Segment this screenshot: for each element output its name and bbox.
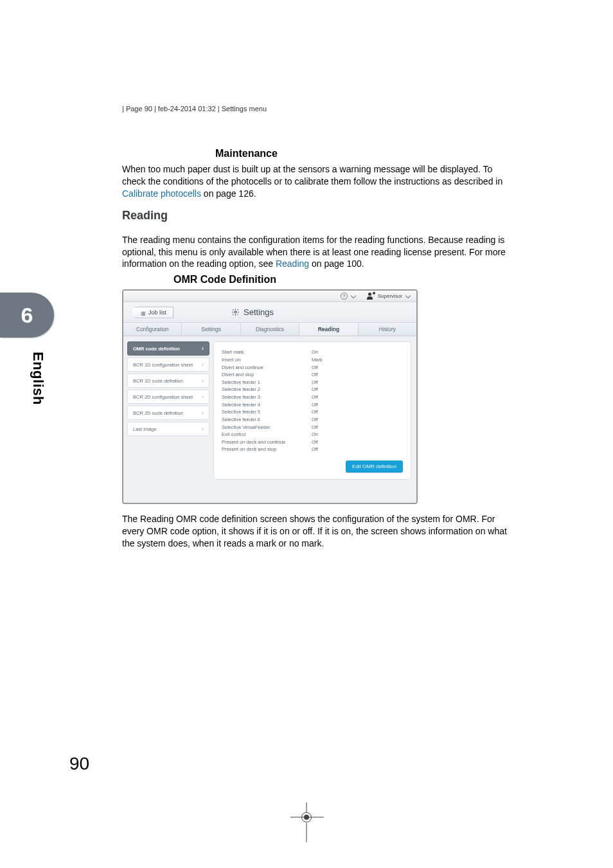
settings-title: Settings — [231, 307, 274, 317]
chevron-right-icon: › — [202, 393, 204, 400]
screenshot-header: Job list Settings — [123, 302, 416, 323]
detail-value: Off — [312, 393, 318, 401]
job-list-label: Job list — [148, 309, 166, 316]
detail-row: Present on deck and continueOff — [222, 439, 403, 446]
edit-omr-definition-button[interactable]: Edit OMR definition — [346, 460, 403, 473]
detail-value: Mark — [312, 356, 323, 364]
detail-value: Off — [312, 371, 318, 379]
detail-row: Selective feeder 4Off — [222, 401, 403, 409]
chapter-number: 6 — [21, 303, 33, 328]
gear-icon — [231, 308, 240, 316]
detail-key: Exit control — [222, 431, 312, 439]
detail-row: Selective feeder 3Off — [222, 393, 403, 401]
reading-paragraph: The reading menu contains the configurat… — [122, 234, 508, 271]
detail-value: Off — [312, 446, 318, 453]
omr-description-paragraph: The Reading OMR code definition screen s… — [122, 513, 508, 550]
detail-key: Present on deck and stop — [222, 446, 312, 453]
detail-row: Insert onMark — [222, 356, 403, 364]
main-content: Maintenance When too much paper dust is … — [122, 148, 508, 550]
job-list-icon — [141, 310, 146, 315]
detail-row: Divert and continueOff — [222, 364, 403, 372]
screenshot-topbar: ? Supervisor — [123, 291, 416, 302]
calibrate-photocells-link[interactable]: Calibrate photocells — [122, 188, 201, 199]
sidebar-item-label: BCR 2D code definition — [133, 410, 183, 416]
detail-value: Off — [312, 424, 318, 431]
chevron-right-icon: › — [202, 345, 204, 352]
sidebar-item-label: BCR 2D configuration sheet — [133, 394, 193, 400]
chevron-right-icon: › — [202, 426, 204, 432]
detail-key: Selective feeder 6 — [222, 416, 312, 424]
detail-row: Exit controlOn — [222, 431, 403, 439]
help-icon[interactable]: ? — [341, 293, 348, 300]
detail-value: Off — [312, 386, 318, 393]
detail-key: Selective feeder 2 — [222, 386, 312, 393]
svg-point-0 — [235, 311, 236, 313]
settings-title-text: Settings — [244, 307, 274, 317]
detail-value: Off — [312, 408, 318, 416]
detail-key: Selective feeder 3 — [222, 393, 312, 401]
tab-configuration[interactable]: Configuration — [123, 323, 182, 336]
tabs-bar: Configuration Settings Diagnostics Readi… — [123, 323, 416, 336]
detail-row: Selective feeder 5Off — [222, 408, 403, 416]
detail-row: Divert and stopOff — [222, 371, 403, 379]
language-label: English — [30, 352, 46, 405]
page-header-line: | Page 90 | feb-24-2014 01:32 | Settings… — [122, 105, 267, 113]
detail-key: Divert and continue — [222, 364, 312, 372]
tab-history[interactable]: History — [359, 323, 416, 336]
job-list-button[interactable]: Job list — [131, 307, 173, 318]
detail-value: Off — [312, 364, 318, 372]
sidebar-item-omr-code-definition[interactable]: OMR code definition› — [127, 341, 209, 356]
maintenance-text-1: When too much paper dust is built up at … — [122, 164, 502, 186]
reading-sidebar: OMR code definition› BCR 1D configuratio… — [123, 336, 213, 503]
chevron-down-icon[interactable] — [405, 293, 411, 298]
reading-link[interactable]: Reading — [276, 258, 309, 269]
sidebar-item-last-image[interactable]: Last image› — [127, 422, 209, 436]
detail-key: Selective VersaFeeder — [222, 424, 312, 431]
maintenance-text-2: on page 126. — [201, 188, 256, 199]
detail-row: Present on deck and stopOff — [222, 446, 403, 453]
detail-row: Start markOn — [222, 348, 403, 356]
detail-key: Present on deck and continue — [222, 439, 312, 446]
sidebar-item-bcr2d-config[interactable]: BCR 2D configuration sheet› — [127, 390, 209, 404]
chevron-down-icon[interactable] — [351, 293, 356, 298]
sidebar-item-label: Last image — [133, 426, 157, 432]
reading-heading: Reading — [122, 209, 508, 222]
maintenance-paragraph: When too much paper dust is built up at … — [122, 163, 508, 200]
sidebar-item-bcr1d-config[interactable]: BCR 1D configuration sheet› — [127, 357, 209, 372]
chevron-right-icon: › — [202, 377, 204, 384]
detail-key: Selective feeder 1 — [222, 379, 312, 386]
detail-key: Insert on — [222, 356, 312, 364]
page-number: 90 — [69, 754, 89, 774]
detail-key: Selective feeder 5 — [222, 408, 312, 416]
maintenance-heading: Maintenance — [215, 148, 508, 159]
tab-reading[interactable]: Reading — [299, 323, 358, 336]
sidebar-item-label: BCR 1D configuration sheet — [133, 362, 193, 368]
settings-screenshot: ? Supervisor Job list Settings Configura… — [122, 289, 418, 504]
crop-mark — [301, 812, 312, 822]
detail-value: On — [312, 348, 318, 356]
detail-value: Off — [312, 379, 318, 386]
sidebar-item-bcr2d-def[interactable]: BCR 2D code definition› — [127, 406, 209, 420]
detail-key: Selective feeder 4 — [222, 401, 312, 409]
detail-value: Off — [312, 416, 318, 424]
reading-text-2: on page 100. — [309, 258, 364, 269]
sidebar-item-label: BCR 1D code definition — [133, 378, 183, 384]
crop-mark-circle — [301, 812, 312, 822]
tab-settings[interactable]: Settings — [182, 323, 240, 336]
chevron-right-icon: › — [202, 410, 204, 416]
detail-rows-container: Start markOnInsert onMarkDivert and cont… — [222, 348, 403, 453]
user-icon[interactable] — [367, 293, 374, 300]
chapter-number-tab: 6 — [0, 293, 54, 338]
chevron-right-icon: › — [202, 361, 204, 368]
supervisor-label: Supervisor — [378, 293, 402, 299]
omr-detail-panel: Start markOnInsert onMarkDivert and cont… — [213, 341, 411, 480]
detail-row: Selective feeder 2Off — [222, 386, 403, 393]
chapter-side-tab: 6 English — [0, 293, 54, 405]
sidebar-item-label: OMR code definition — [133, 346, 180, 352]
sidebar-item-bcr1d-def[interactable]: BCR 1D code definition› — [127, 374, 209, 388]
detail-row: Selective feeder 6Off — [222, 416, 403, 424]
omr-heading: OMR Code Definition — [173, 274, 508, 285]
screenshot-body: OMR code definition› BCR 1D configuratio… — [123, 336, 416, 503]
detail-row: Selective VersaFeederOff — [222, 424, 403, 431]
tab-diagnostics[interactable]: Diagnostics — [241, 323, 299, 336]
